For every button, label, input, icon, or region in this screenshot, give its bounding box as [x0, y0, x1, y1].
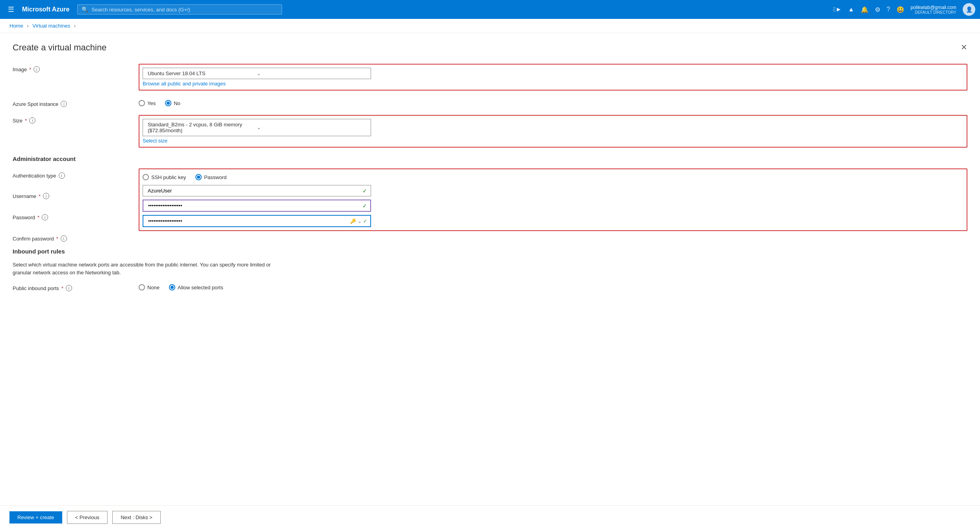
auth-password-radio[interactable] — [195, 174, 202, 180]
breadcrumb: Home › Virtual machines › — [0, 19, 980, 33]
spot-info-icon[interactable]: i — [61, 101, 67, 107]
required-asterisk: * — [61, 285, 63, 291]
spot-yes-radio[interactable] — [139, 100, 145, 106]
size-dropdown[interactable]: Standard_B2ms - 2 vcpus, 8 GiB memory ($… — [143, 119, 371, 136]
username-valid-icon: ✓ — [362, 188, 367, 194]
browse-images-link[interactable]: Browse all public and private images — [143, 81, 963, 87]
username-label-row: Username * i — [13, 193, 139, 199]
main-content: Create a virtual machine ✕ Image * i Ubu… — [0, 33, 980, 505]
port-info-icon[interactable]: i — [66, 285, 72, 291]
image-control: Ubuntu Server 18.04 LTS ⌄ Browse all pub… — [139, 64, 967, 91]
username-input[interactable] — [143, 185, 371, 196]
nav-icons: ► ▲ 🔔 ⚙ ? 😀 polikwlab@gmail.com DEFAULT… — [833, 3, 975, 16]
password-input-wrap-outer: ✓ — [143, 200, 963, 212]
auth-section-wrapper: Authentication type i Username * i Passw… — [13, 168, 967, 242]
spot-radio-group: Yes No — [139, 98, 967, 106]
auth-info-icon[interactable]: i — [59, 172, 65, 179]
password-valid-icon: ✓ — [362, 203, 367, 209]
cloud-shell-icon[interactable]: ► — [833, 6, 842, 13]
public-inbound-row: Public inbound ports * i None Allow sele… — [13, 283, 967, 291]
spot-control: Yes No — [139, 98, 967, 106]
key-icon: 🔑 — [350, 218, 356, 224]
port-allow-radio[interactable] — [169, 284, 175, 290]
help-icon[interactable]: ? — [887, 6, 890, 13]
smiley-icon[interactable]: 😀 — [896, 6, 904, 13]
search-bar[interactable]: 🔍 — [77, 4, 282, 15]
page-header: Create a virtual machine ✕ — [13, 43, 967, 53]
search-input[interactable] — [91, 7, 278, 13]
image-info-icon[interactable]: i — [33, 66, 40, 72]
public-inbound-control: None Allow selected ports — [139, 283, 967, 290]
username-input-wrap-outer: ✓ — [143, 185, 963, 196]
password-input-wrap: ✓ — [143, 200, 371, 212]
confirm-valid-icon: ✓ — [363, 218, 367, 224]
auth-password-option[interactable]: Password — [195, 174, 226, 180]
image-dropdown[interactable]: Ubuntu Server 18.04 LTS ⌄ — [143, 68, 371, 79]
confirm-password-wrap-outer: 🔑 ⌄ ✓ — [143, 215, 963, 227]
confirm-password-info-icon[interactable]: i — [61, 235, 67, 242]
spot-label: Azure Spot instance i — [13, 98, 139, 107]
public-inbound-label: Public inbound ports * i — [13, 283, 139, 291]
inbound-section-title: Inbound port rules — [13, 248, 967, 255]
image-label: Image * i — [13, 64, 139, 72]
confirm-password-label-row: Confirm password * i — [13, 235, 139, 242]
port-radio-group: None Allow selected ports — [139, 283, 967, 290]
confirm-password-input[interactable] — [143, 215, 371, 227]
brand-logo: Microsoft Azure — [22, 6, 69, 13]
breadcrumb-virtual-machines[interactable]: Virtual machines — [32, 23, 70, 29]
required-asterisk: * — [25, 118, 27, 124]
image-row: Image * i Ubuntu Server 18.04 LTS ⌄ Brow… — [13, 64, 967, 91]
password-info-icon[interactable]: i — [42, 214, 48, 220]
auth-radio-wrap: SSH public key Password — [143, 172, 963, 180]
dropdown-arrow-icon: ⌄ — [257, 71, 366, 76]
image-red-border: Ubuntu Server 18.04 LTS ⌄ Browse all pub… — [139, 64, 967, 91]
spot-no-radio[interactable] — [165, 100, 171, 106]
auth-labels-col: Authentication type i Username * i Passw… — [13, 168, 139, 242]
confirm-password-icons: 🔑 ⌄ ✓ — [350, 218, 367, 224]
spot-no-option[interactable]: No — [165, 100, 180, 106]
feedback-icon[interactable]: ▲ — [848, 6, 854, 13]
inbound-port-section: Inbound port rules Select which virtual … — [13, 248, 967, 291]
admin-section-title: Administrator account — [13, 155, 967, 162]
size-control: Standard_B2ms - 2 vcpus, 8 GiB memory ($… — [139, 115, 967, 148]
hamburger-menu[interactable]: ☰ — [5, 4, 17, 15]
auth-ssh-radio[interactable] — [143, 174, 149, 180]
auth-ssh-option[interactable]: SSH public key — [143, 174, 186, 180]
top-navigation: ☰ Microsoft Azure 🔍 ► ▲ 🔔 ⚙ ? 😀 polikwl… — [0, 0, 980, 19]
settings-icon[interactable]: ⚙ — [875, 6, 880, 13]
size-red-border: Standard_B2ms - 2 vcpus, 8 GiB memory ($… — [139, 115, 967, 148]
notifications-icon[interactable]: 🔔 — [861, 6, 869, 13]
inbound-description: Select which virtual machine network por… — [13, 261, 288, 276]
auth-controls-col: SSH public key Password ✓ — [139, 168, 967, 231]
password-input[interactable] — [143, 200, 371, 212]
user-info[interactable]: polikwlab@gmail.com DEFAULT DIRECTORY — [911, 5, 956, 15]
spot-yes-option[interactable]: Yes — [139, 100, 156, 106]
close-button[interactable]: ✕ — [961, 43, 967, 52]
size-row: Size * i Standard_B2ms - 2 vcpus, 8 GiB … — [13, 115, 967, 148]
select-size-link[interactable]: Select size — [143, 138, 963, 144]
admin-red-border: SSH public key Password ✓ — [139, 168, 967, 231]
port-none-option[interactable]: None — [139, 284, 160, 290]
admin-account-section: Administrator account Authentication typ… — [13, 155, 967, 242]
search-icon: 🔍 — [82, 6, 88, 13]
size-label: Size * i — [13, 115, 139, 124]
port-none-radio[interactable] — [139, 284, 145, 290]
username-input-wrap: ✓ — [143, 185, 371, 196]
confirm-password-wrap: 🔑 ⌄ ✓ — [143, 215, 371, 227]
page-title: Create a virtual machine — [13, 43, 106, 53]
auth-type-label-row: Authentication type i — [13, 168, 139, 179]
password-label-row: Password * i — [13, 214, 139, 220]
required-asterisk: * — [29, 67, 31, 72]
breadcrumb-home[interactable]: Home — [9, 23, 23, 29]
port-allow-option[interactable]: Allow selected ports — [169, 284, 223, 290]
username-info-icon[interactable]: i — [43, 193, 49, 199]
size-dropdown-arrow-icon: ⌄ — [257, 125, 366, 130]
size-info-icon[interactable]: i — [29, 117, 35, 124]
spot-instance-row: Azure Spot instance i Yes No — [13, 98, 967, 107]
avatar[interactable]: 👤 — [963, 3, 975, 16]
chevron-icon: ⌄ — [358, 218, 362, 224]
auth-radio-group: SSH public key Password — [143, 172, 963, 180]
